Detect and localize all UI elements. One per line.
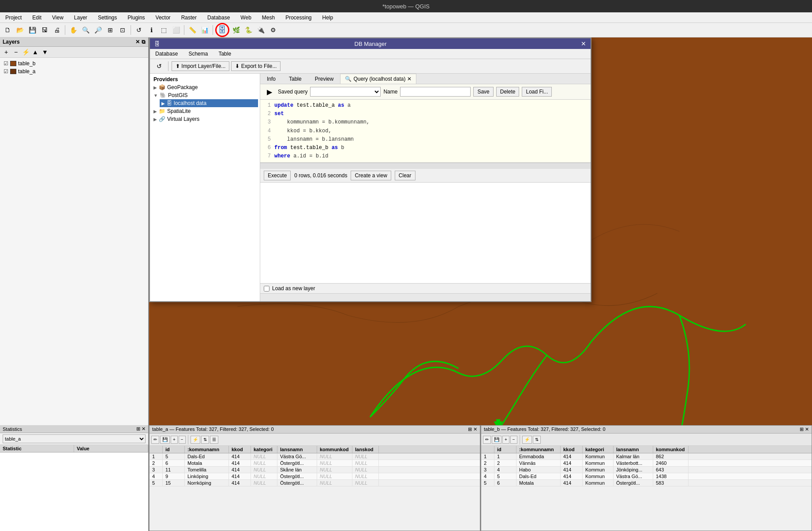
db-export-btn[interactable]: ⬇ Export to File... xyxy=(231,61,281,71)
db-import-btn[interactable]: ⬆ Import Layer/File... xyxy=(172,61,229,71)
db-menu-database[interactable]: Database xyxy=(153,50,180,58)
load-file-btn[interactable]: Load Fi... xyxy=(522,87,552,97)
table-row[interactable]: 5 15 Norrköping 414 NULL Östergötl... NU… xyxy=(150,480,480,486)
table-row[interactable]: 2 6 Motala 414 NULL Östergötl... NULL NU… xyxy=(150,460,480,467)
save-query-btn[interactable]: Save xyxy=(473,87,493,97)
identify-btn[interactable]: ℹ xyxy=(146,24,157,36)
move-up-btn[interactable]: ▲ xyxy=(31,48,40,56)
menu-processing[interactable]: Processing xyxy=(284,14,313,22)
table-b-add-btn[interactable]: + xyxy=(502,436,509,444)
table-b-col-id[interactable]: id xyxy=(494,446,516,453)
menu-plugins[interactable]: Plugins xyxy=(126,14,146,22)
menu-vector[interactable]: Vector xyxy=(154,14,172,22)
tab-table[interactable]: Table xyxy=(282,74,308,84)
layer-item-table-a[interactable]: ☑ table_a xyxy=(2,67,146,75)
table-row[interactable]: 2 2 Vännäs 414 Kommun Västerbott... 2460 xyxy=(481,460,812,467)
more-btn[interactable]: ⚙ xyxy=(267,24,279,36)
table-a-col-kategori[interactable]: kategori xyxy=(251,446,277,453)
create-view-btn[interactable]: Create a view xyxy=(351,171,391,180)
table-b-del-btn[interactable]: − xyxy=(510,436,517,444)
db-manager-btn[interactable]: 🗄 xyxy=(217,24,228,36)
menu-mesh[interactable]: Mesh xyxy=(260,14,277,22)
sql-editor[interactable]: 1 update test.table_a as a 2 set 3 kommu… xyxy=(260,100,591,163)
python-btn[interactable]: 🐍 xyxy=(243,24,254,36)
db-menu-table[interactable]: Table xyxy=(217,50,233,58)
delete-query-btn[interactable]: Delete xyxy=(496,87,520,97)
table-a-edit-btn[interactable]: ✏ xyxy=(151,436,159,444)
query-name-input[interactable] xyxy=(400,87,471,97)
table-a-col-kkod[interactable]: kkod xyxy=(229,446,251,453)
table-b-col-kommunnamn[interactable]: :kommunnamn xyxy=(516,446,561,453)
db-refresh-btn[interactable]: ↺ xyxy=(153,60,165,72)
table-a-sort-btn[interactable]: ⇅ xyxy=(201,436,209,444)
filter-layer-btn[interactable]: ⚡ xyxy=(21,48,30,56)
tree-postgis[interactable]: ▼ 🐘 PostGIS xyxy=(152,91,258,99)
plugin-btn[interactable]: 🔌 xyxy=(255,24,266,36)
db-bottom-scrollbar[interactable] xyxy=(260,293,591,301)
db-close-btn[interactable]: ✕ xyxy=(581,40,586,47)
table-b-edit-btn[interactable]: ✏ xyxy=(483,436,491,444)
clear-btn[interactable]: Clear xyxy=(395,171,415,180)
tab-preview[interactable]: Preview xyxy=(308,74,341,84)
menu-settings[interactable]: Settings xyxy=(96,14,119,22)
table-row[interactable]: 4 5 Dals-Ed 414 Kommun Västra Gö... 1438 xyxy=(481,473,812,480)
table-a-save-btn[interactable]: 💾 xyxy=(160,436,170,444)
layers-close-icon[interactable]: ✕ xyxy=(135,39,140,45)
select-btn[interactable]: ⬚ xyxy=(158,24,169,36)
table-row[interactable]: 4 9 Linköping 414 NULL Östergötl... NULL… xyxy=(150,473,480,480)
table-a-fields-btn[interactable]: ☰ xyxy=(210,436,218,444)
tab-query-close[interactable]: ✕ xyxy=(407,76,412,82)
tree-spatialite[interactable]: ▶ 📁 SpatiaLite xyxy=(152,107,258,115)
table-a-col-kommunkod[interactable]: kommunkod xyxy=(317,446,352,453)
table-row[interactable]: 3 11 Tomelilla 414 NULL Skåne län NULL N… xyxy=(150,467,480,473)
measure-btn[interactable]: 📏 xyxy=(187,24,198,36)
table-row[interactable]: 1 1 Emmaboda 414 Kommun Kalmar län 862 xyxy=(481,453,812,460)
table-row[interactable]: 3 4 Habo 414 Kommun Jönköping... 643 xyxy=(481,467,812,473)
menu-web[interactable]: Web xyxy=(239,14,253,22)
table-a-col-lanskod[interactable]: lanskod xyxy=(352,446,379,453)
tree-geopackage[interactable]: ▶ 📦 GeoPackage xyxy=(152,83,258,91)
query-run-icon-btn[interactable]: ▶ xyxy=(264,86,275,97)
menu-database[interactable]: Database xyxy=(206,14,232,22)
execute-btn[interactable]: Execute xyxy=(264,171,291,180)
table-b-save-btn[interactable]: 💾 xyxy=(492,436,501,444)
table-a-add-btn[interactable]: + xyxy=(171,436,178,444)
table-row[interactable]: 1 5 Dals-Ed 414 NULL Västra Gö... NULL N… xyxy=(150,453,480,460)
print-btn[interactable]: 🖨 xyxy=(51,24,63,36)
table-row[interactable]: 5 6 Motala 414 Kommun Östergötl... 583 xyxy=(481,480,812,486)
zoom-out-btn[interactable]: 🔎 xyxy=(92,24,104,36)
sql-horizontal-scrollbar[interactable] xyxy=(260,163,591,169)
zoom-extent-btn[interactable]: ⊞ xyxy=(105,24,116,36)
table-b-sort-btn[interactable]: ⇅ xyxy=(533,436,541,444)
load-as-layer-checkbox[interactable] xyxy=(264,286,269,292)
table-b-col-kategori[interactable]: kategori xyxy=(583,446,614,453)
grass-btn[interactable]: 🌿 xyxy=(230,24,242,36)
pan-btn[interactable]: ✋ xyxy=(67,24,79,36)
deselect-btn[interactable]: ⬜ xyxy=(170,24,182,36)
menu-help[interactable]: Help xyxy=(321,14,335,22)
stat-btn[interactable]: 📊 xyxy=(199,24,210,36)
zoom-layer-btn[interactable]: ⊡ xyxy=(117,24,128,36)
table-a-col-id[interactable]: id xyxy=(163,446,185,453)
open-project-btn[interactable]: 📂 xyxy=(14,24,26,36)
layer-item-table-b[interactable]: ☑ table_b xyxy=(2,60,146,67)
table-a-del-btn[interactable]: − xyxy=(179,436,186,444)
layers-undock-icon[interactable]: ⧉ xyxy=(142,39,146,45)
table-a-filter-btn[interactable]: ⚡ xyxy=(191,436,200,444)
table-b-col-kommunkod[interactable]: kommunkod xyxy=(653,446,689,453)
db-menu-schema[interactable]: Schema xyxy=(187,50,210,58)
tree-virtual[interactable]: ▶ 🔗 Virtual Layers xyxy=(152,115,258,123)
tab-query[interactable]: 🔍 Query (localhost data) ✕ xyxy=(340,74,416,84)
new-project-btn[interactable]: 🗋 xyxy=(2,24,13,36)
tab-info[interactable]: Info xyxy=(260,74,282,84)
remove-layer-btn[interactable]: − xyxy=(11,48,20,56)
menu-edit[interactable]: Edit xyxy=(30,14,43,22)
add-layer-btn[interactable]: + xyxy=(2,48,11,56)
table-a-col-lansnamn[interactable]: lansnamn xyxy=(277,446,317,453)
zoom-in-btn[interactable]: 🔍 xyxy=(80,24,91,36)
stats-layer-select[interactable]: table_a xyxy=(3,434,146,443)
menu-layer[interactable]: Layer xyxy=(72,14,89,22)
menu-view[interactable]: View xyxy=(50,14,65,22)
table-b-col-lansnamn[interactable]: lansnamn xyxy=(614,446,653,453)
save-as-btn[interactable]: 🖫 xyxy=(39,24,50,36)
